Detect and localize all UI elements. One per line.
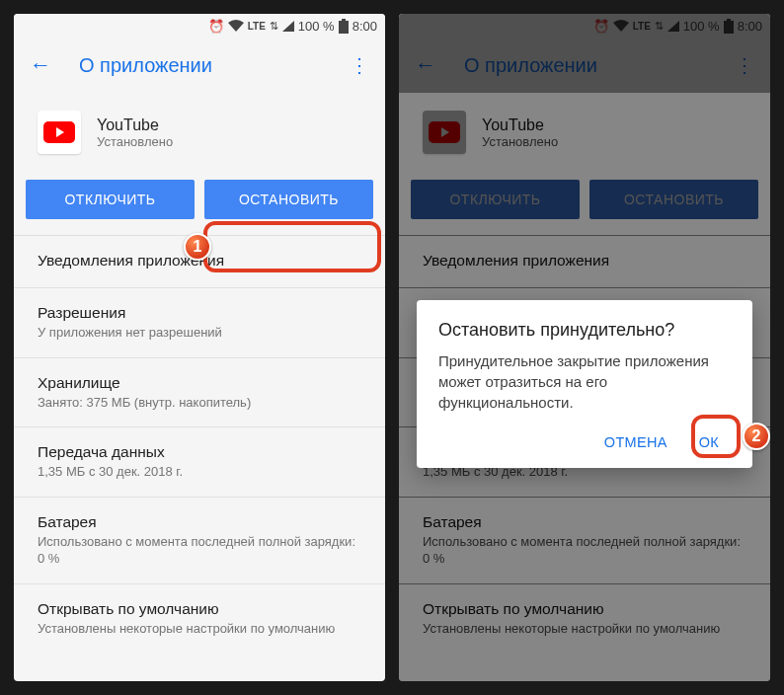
updown-icon: ⇅: [270, 20, 278, 33]
section-storage[interactable]: Хранилище Занято: 375 МБ (внутр. накопит…: [14, 357, 385, 427]
cancel-button[interactable]: ОТМЕНА: [592, 426, 679, 458]
page-title: О приложении: [79, 54, 322, 77]
ok-button[interactable]: ОК: [687, 426, 731, 458]
stop-button[interactable]: ОСТАНОВИТЬ: [204, 180, 373, 219]
wifi-icon: [228, 20, 244, 32]
badge-2: 2: [743, 423, 770, 450]
app-status: Установлено: [97, 134, 173, 149]
section-battery[interactable]: Батарея Использовано с момента последней…: [14, 497, 385, 583]
disable-button[interactable]: ОТКЛЮЧИТЬ: [26, 180, 195, 219]
status-bar: ⏰ LTE ⇅ 100 % 8:00: [14, 14, 385, 38]
button-row: ОТКЛЮЧИТЬ ОСТАНОВИТЬ: [14, 172, 385, 235]
battery-icon: [339, 19, 349, 34]
youtube-app-icon: [38, 111, 81, 154]
section-permissions[interactable]: Разрешения У приложения нет разрешений: [14, 287, 385, 357]
section-data[interactable]: Передача данных 1,35 МБ с 30 дек. 2018 г…: [14, 426, 385, 497]
section-default[interactable]: Открывать по умолчанию Установлены некот…: [14, 583, 385, 654]
phone-left: ⏰ LTE ⇅ 100 % 8:00 ← О приложении ⋮ YouT…: [14, 14, 385, 681]
phone-right: ⏰ LTE ⇅ 100 % 8:00 ← О приложении ⋮ YouT…: [399, 14, 770, 681]
clock: 8:00: [353, 19, 377, 34]
app-bar: ← О приложении ⋮: [14, 38, 385, 93]
more-icon[interactable]: ⋮: [350, 53, 369, 77]
alarm-icon: ⏰: [208, 19, 224, 34]
battery-pct: 100 %: [298, 19, 335, 34]
badge-1: 1: [184, 233, 211, 261]
force-stop-dialog: Остановить принудительно? Принудительное…: [417, 300, 752, 468]
back-icon[interactable]: ←: [30, 52, 51, 78]
svg-rect-0: [342, 19, 346, 21]
svg-rect-1: [339, 21, 349, 34]
dialog-message: Принудительное закрытие приложения может…: [438, 350, 731, 413]
lte-label: LTE: [248, 21, 266, 32]
app-header: YouTube Установлено: [14, 93, 385, 172]
signal-icon: [282, 21, 294, 32]
dialog-title: Остановить принудительно?: [438, 320, 731, 341]
app-name: YouTube: [97, 116, 173, 134]
